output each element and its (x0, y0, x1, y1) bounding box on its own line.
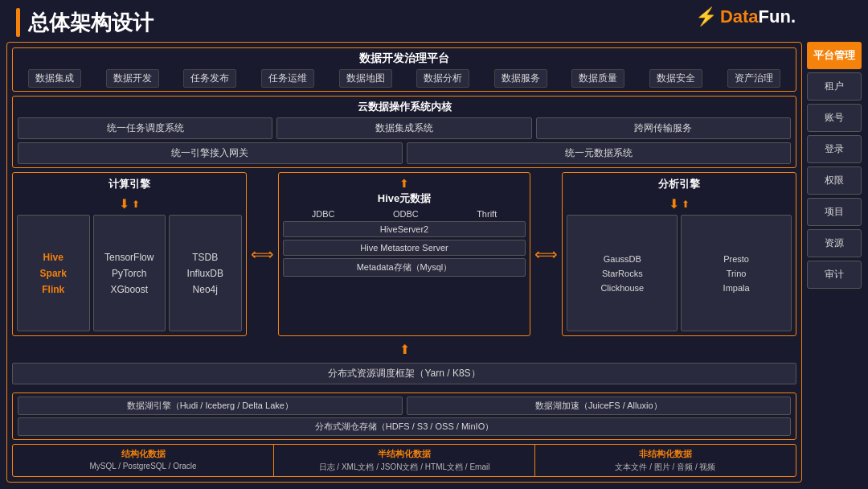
source-structured: 结构化数据 MySQL / PostgreSQL / Oracle (13, 445, 274, 476)
source-unstructured: 非结构化数据 文本文件 / 图片 / 音频 / 视频 (535, 445, 796, 476)
compute-spark: Spark (40, 268, 67, 279)
compute-col-3: TSDB InfluxDB Neo4j (169, 215, 242, 331)
cloud-os-section: 云数据操作系统内核 统一任务调度系统 数据集成系统 跨网传输服务 统一引擎接入网… (12, 96, 796, 168)
dp-item-4: 数据地图 (339, 69, 392, 88)
analysis-items: GaussDB StarRocks Clickhouse Presto Trin… (567, 215, 792, 331)
hive-metadata-storage: Metadata存储（Mysql） (283, 258, 526, 277)
analysis-col-2: Presto Trino Impala (681, 215, 792, 331)
data-platform-title: 数据开发治理平台 (18, 51, 791, 66)
data-sources: 结构化数据 MySQL / PostgreSQL / Oracle 半结构化数据… (12, 444, 796, 477)
compute-col-1: Hive Spark Flink (17, 215, 90, 331)
analysis-engine: 分析引擎 ⬇ ⬆ GaussDB StarRocks Clickhouse Pr… (562, 172, 796, 336)
analysis-trino: Trino (727, 269, 747, 278)
sidebar-item-project[interactable]: 项目 (807, 198, 862, 226)
cos-transfer: 跨网传输服务 (536, 117, 791, 139)
hive-meta-title: Hive元数据 (283, 191, 526, 206)
lake-accel: 数据湖加速（JuiceFS / Alluxio） (407, 397, 792, 415)
logo: ⚡ DataFun. (695, 6, 796, 27)
sidebar-title: 平台管理 (807, 42, 862, 69)
compute-engine-title: 计算引擎 (17, 177, 242, 191)
hive-metastore: Hive Metastore Server (283, 240, 526, 256)
cloud-os-row1: 统一任务调度系统 数据集成系统 跨网传输服务 (18, 117, 791, 139)
dp-item-7: 数据质量 (571, 69, 624, 88)
compute-flink: Flink (42, 284, 64, 295)
data-platform-section: 数据开发治理平台 数据集成 数据开发 任务发布 任务运维 数据地图 数据分析 数… (12, 47, 796, 92)
sidebar-item-login[interactable]: 登录 (807, 135, 862, 163)
hive-thrift: Thrift (477, 209, 497, 219)
hive-server2: HiveServer2 (283, 221, 526, 237)
compute-tf: TensorFlow (104, 252, 154, 263)
header: 总体架构设计 ⚡ DataFun. (0, 0, 868, 42)
compute-engine: 计算引擎 ⬇ ⬆ Hive Spark Flink TensorFlow PyT… (12, 172, 247, 336)
analysis-clickhouse: Clickhouse (600, 283, 644, 293)
lake-storage: 分布式湖仓存储（HDFS / S3 / OSS / MinIO） (18, 417, 791, 436)
page-title: 总体架构设计 (28, 9, 154, 37)
analysis-gaussdb: GaussDB (604, 254, 641, 264)
cloud-os-row2: 统一引擎接入网关 统一元数据系统 (18, 142, 791, 164)
data-lake-section: 数据湖引擎（Hudi / Iceberg / Delta Lake） 数据湖加速… (12, 392, 796, 440)
dp-item-2: 任务发布 (183, 69, 236, 88)
engine-arrow-left: ⟺ (251, 172, 274, 336)
dp-item-1: 数据开发 (106, 69, 159, 88)
logo-icon: ⚡ (695, 6, 717, 27)
compute-hive: Hive (43, 252, 63, 263)
analysis-col-1: GaussDB StarRocks Clickhouse (567, 215, 678, 331)
source-semi: 半结构化数据 日志 / XML文档 / JSON文档 / HTML文档 / Em… (274, 445, 535, 476)
hive-jdbc: JDBC (312, 209, 335, 219)
analysis-starrocks: StarRocks (602, 269, 643, 278)
dp-item-8: 数据安全 (649, 69, 702, 88)
dp-item-0: 数据集成 (28, 69, 81, 88)
content-area: 数据开发治理平台 数据集成 数据开发 任务发布 任务运维 数据地图 数据分析 数… (6, 42, 802, 483)
source-unstructured-title: 非结构化数据 (540, 448, 791, 460)
lake-engine: 数据湖引擎（Hudi / Iceberg / Delta Lake） (18, 397, 403, 415)
cos-scheduling: 统一任务调度系统 (18, 117, 272, 139)
hive-odbc: ODBC (393, 209, 419, 219)
analysis-engine-title: 分析引擎 (567, 177, 792, 191)
data-lake-row1: 数据湖引擎（Hudi / Iceberg / Delta Lake） 数据湖加速… (18, 397, 791, 415)
engine-arrow-right: ⟺ (534, 172, 558, 336)
main-layout: 数据开发治理平台 数据集成 数据开发 任务发布 任务运维 数据地图 数据分析 数… (0, 42, 868, 483)
source-structured-title: 结构化数据 (18, 448, 268, 460)
dp-item-3: 任务运维 (261, 69, 314, 88)
sidebar-item-tenant[interactable]: 租户 (807, 72, 862, 101)
cloud-os-title: 云数据操作系统内核 (18, 100, 791, 114)
sidebar-item-resource[interactable]: 资源 (807, 229, 862, 257)
sidebar-item-audit[interactable]: 审计 (807, 261, 862, 289)
data-platform-items: 数据集成 数据开发 任务发布 任务运维 数据地图 数据分析 数据服务 数据质量 … (18, 69, 791, 88)
compute-xgboost: XGboost (110, 284, 148, 295)
dp-item-6: 数据服务 (494, 69, 547, 88)
compute-items: Hive Spark Flink TensorFlow PyTorch XGbo… (17, 215, 242, 331)
dp-item-5: 数据分析 (416, 69, 469, 88)
cos-integration: 数据集成系统 (276, 117, 531, 139)
sidebar-item-account[interactable]: 账号 (807, 104, 862, 132)
dp-item-9: 资产治理 (727, 69, 780, 88)
hive-meta: ⬆ Hive元数据 JDBC ODBC Thrift HiveServer2 H… (278, 172, 531, 336)
compute-influxdb: InfluxDB (187, 268, 223, 279)
sidebar-item-permission[interactable]: 权限 (807, 166, 862, 195)
compute-pytorch: PyTorch (112, 268, 146, 279)
source-semi-title: 半结构化数据 (279, 448, 530, 460)
hive-protocols: JDBC ODBC Thrift (283, 209, 526, 219)
analysis-impala: Impala (723, 283, 750, 293)
source-semi-detail: 日志 / XML文档 / JSON文档 / HTML文档 / Email (279, 462, 530, 473)
arrow-up-dist: ⬆ (12, 342, 796, 357)
right-sidebar: 平台管理 租户 账号 登录 权限 项目 资源 审计 (807, 42, 862, 483)
logo-text: DataFun. (720, 6, 796, 27)
compute-neo4j: Neo4j (193, 284, 218, 295)
title-bar: 总体架构设计 (16, 8, 154, 37)
source-structured-detail: MySQL / PostgreSQL / Oracle (18, 462, 268, 471)
title-accent (16, 8, 20, 37)
cos-unified-data: 统一元数据系统 (407, 142, 792, 164)
compute-tsdb: TSDB (192, 252, 218, 263)
engines-row: 计算引擎 ⬇ ⬆ Hive Spark Flink TensorFlow PyT… (12, 172, 796, 336)
compute-col-2: TensorFlow PyTorch XGboost (93, 215, 166, 331)
cos-gateway: 统一引擎接入网关 (18, 142, 403, 164)
source-unstructured-detail: 文本文件 / 图片 / 音频 / 视频 (540, 462, 791, 473)
dist-framework: 分布式资源调度框架（Yarn / K8S） (12, 363, 796, 384)
analysis-presto: Presto (723, 254, 749, 264)
